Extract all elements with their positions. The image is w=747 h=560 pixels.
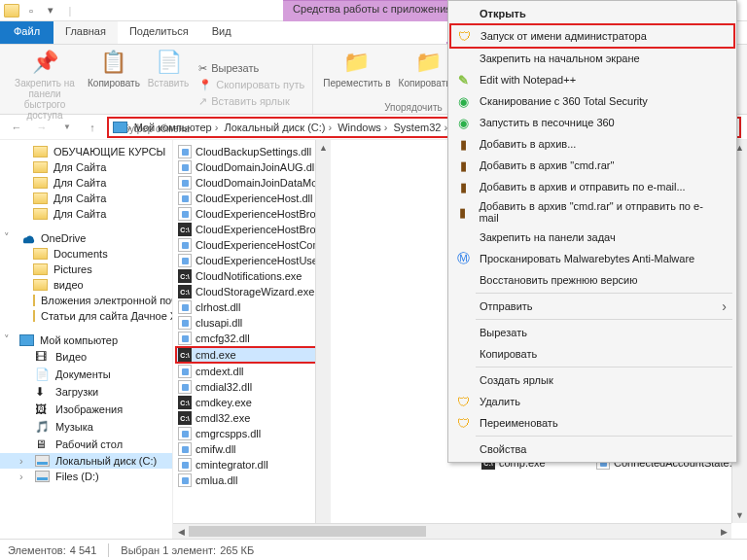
file-item[interactable]: cmdext.dll bbox=[175, 364, 317, 379]
drive-icon bbox=[35, 471, 50, 482]
ctx-open[interactable]: Открыть bbox=[450, 3, 734, 24]
sandbox-icon: ◉ bbox=[454, 115, 472, 130]
file-item[interactable]: clrhost.dll bbox=[175, 299, 317, 315]
file-item[interactable]: CloudExperienceHost.dll bbox=[175, 191, 317, 206]
ctx-send-to[interactable]: Отправить bbox=[450, 296, 734, 317]
nav-onedrive[interactable]: ˅OneDrive bbox=[0, 229, 172, 246]
up-button[interactable]: ↑ bbox=[82, 117, 103, 138]
tab-view[interactable]: Вид bbox=[200, 21, 243, 44]
separator bbox=[476, 367, 732, 368]
onedrive-icon bbox=[19, 232, 35, 244]
separator bbox=[476, 436, 732, 437]
move-to-button[interactable]: 📁Переместить в bbox=[319, 47, 394, 90]
file-item[interactable]: cmdkey.exe bbox=[175, 395, 317, 410]
ctx-malwarebytes[interactable]: ⓂПросканировать Malwarebytes Anti-Malwar… bbox=[450, 248, 734, 269]
folder-icon bbox=[33, 177, 48, 189]
tab-file[interactable]: Файл bbox=[0, 21, 53, 44]
contextual-tab-label: Средства работы с приложениями bbox=[283, 0, 475, 21]
file-item[interactable]: CloudStorageWizard.exe bbox=[175, 284, 317, 299]
nav-onedrive-item[interactable]: Статьи для сайта Дачное Хозяйство bbox=[0, 308, 172, 324]
tab-home[interactable]: Главная bbox=[53, 21, 118, 44]
file-item[interactable]: clusapi.dll bbox=[175, 315, 317, 331]
qat-dropdown-icon[interactable]: ▾ bbox=[43, 3, 58, 18]
ctx-run-as-admin[interactable]: 🛡Запуск от имени администратора bbox=[449, 23, 735, 49]
forward-button[interactable]: → bbox=[31, 117, 53, 138]
cut-button[interactable]: ✂Вырезать bbox=[196, 61, 306, 76]
file-item[interactable]: CloudBackupSettings.dll bbox=[175, 144, 317, 159]
ctx-properties[interactable]: Свойства bbox=[450, 438, 734, 460]
nav-onedrive-item[interactable]: Вложения электронной почты bbox=[0, 293, 172, 308]
pc-icon bbox=[19, 334, 34, 346]
ctx-archive-email[interactable]: ▮Добавить в архив и отправить по e-mail.… bbox=[450, 176, 734, 197]
file-item[interactable]: cmifw.dll bbox=[175, 441, 317, 457]
file-item[interactable]: CloudExperienceHostUser.dll bbox=[175, 253, 317, 268]
nav-folder[interactable]: ОБУЧАЮЩИЕ КУРСЫ bbox=[0, 144, 172, 159]
nav-folder[interactable]: Для Сайта bbox=[0, 191, 172, 206]
separator bbox=[476, 319, 732, 320]
recent-dropdown[interactable]: ▼ bbox=[56, 117, 78, 138]
folder-icon bbox=[33, 295, 35, 306]
qat-props-icon[interactable]: ▫ bbox=[23, 3, 39, 18]
file-item[interactable]: cmd.exe bbox=[175, 346, 317, 364]
nav-pc-item[interactable]: 🖥Рабочий стол bbox=[0, 436, 172, 453]
copy-path-button[interactable]: 📍Скопировать путь bbox=[196, 78, 306, 92]
pin-quickaccess-button[interactable]: 📌 Закрепить на панели быстрого доступа bbox=[6, 47, 84, 122]
file-item[interactable]: CloudExperienceHostBroker.dll bbox=[175, 206, 317, 222]
ctx-pin-taskbar[interactable]: Закрепить на панели задач bbox=[450, 227, 734, 248]
file-item[interactable]: cmcfg32.dll bbox=[175, 331, 317, 346]
ctx-add-archive[interactable]: ▮Добавить в архив... bbox=[450, 133, 734, 155]
copyto-icon: 📁 bbox=[413, 49, 445, 76]
back-button[interactable]: ← bbox=[6, 117, 27, 138]
drive-icon bbox=[35, 455, 50, 467]
path-icon: 📍 bbox=[198, 79, 212, 91]
file-item[interactable]: cmintegrator.dll bbox=[175, 457, 317, 472]
status-bar: Элементов: 4 541 Выбран 1 элемент: 265 К… bbox=[0, 539, 747, 560]
nav-this-pc[interactable]: ˅Мой компьютер bbox=[0, 332, 172, 348]
nav-pc-item[interactable]: 🎞Видео bbox=[0, 348, 172, 366]
nav-pc-item[interactable]: 🎵Музыка bbox=[0, 418, 172, 436]
file-item[interactable]: cmdl32.exe bbox=[175, 410, 317, 426]
nav-folder[interactable]: Для Сайта bbox=[0, 206, 172, 222]
nav-onedrive-item[interactable]: Pictures bbox=[0, 262, 172, 277]
nav-pc-item[interactable]: ›Локальный диск (C:) bbox=[0, 453, 172, 469]
file-item[interactable]: CloudDomainJoinDataModelServer.dll bbox=[175, 175, 317, 191]
dll-icon bbox=[178, 207, 192, 221]
nav-onedrive-item[interactable]: видео bbox=[0, 277, 172, 293]
ctx-create-shortcut[interactable]: Создать ярлык bbox=[450, 369, 734, 391]
nav-pc-item[interactable]: 📄Документы bbox=[0, 366, 172, 383]
nav-pc-item[interactable]: ›Files (D:) bbox=[0, 469, 172, 484]
ctx-restore-prev[interactable]: Восстановить прежнюю версию bbox=[450, 269, 734, 291]
ctx-360-sandbox[interactable]: ◉Запустить в песочнице 360 bbox=[450, 112, 734, 133]
ctx-rename[interactable]: 🛡Переименовать bbox=[450, 412, 734, 434]
nav-pc-item[interactable]: ⬇Загрузки bbox=[0, 383, 172, 401]
file-item[interactable]: CloudDomainJoinAUG.dll bbox=[175, 159, 317, 175]
paste-shortcut-button[interactable]: ↗Вставить ярлык bbox=[196, 94, 306, 109]
library-icon: ⬇ bbox=[35, 385, 50, 399]
ctx-pin-start[interactable]: Закрепить на начальном экране bbox=[450, 48, 734, 69]
nav-folder[interactable]: Для Сайта bbox=[0, 175, 172, 191]
nav-folder[interactable]: Для Сайта bbox=[0, 159, 172, 175]
file-item[interactable]: CloudNotifications.exe bbox=[175, 268, 317, 284]
file-item[interactable]: cmdial32.dll bbox=[175, 379, 317, 395]
dll-icon bbox=[178, 427, 192, 440]
file-item[interactable]: cmgrcspps.dll bbox=[175, 426, 317, 441]
scrollbar-vertical-col1[interactable]: ▲▼ bbox=[315, 140, 331, 539]
ctx-cut[interactable]: Вырезать bbox=[450, 322, 734, 343]
copy-button[interactable]: 📋 Копировать bbox=[84, 47, 144, 122]
scrollbar-horizontal[interactable]: ◀▶ bbox=[173, 523, 731, 539]
nav-pc-item[interactable]: 🖼Изображения bbox=[0, 401, 172, 418]
ctx-360-scan[interactable]: ◉Сканирование с 360 Total Security bbox=[450, 90, 734, 112]
pc-icon bbox=[113, 122, 127, 133]
file-item[interactable]: cmlua.dll bbox=[175, 472, 317, 488]
nav-onedrive-item[interactable]: Documents bbox=[0, 246, 172, 262]
file-item[interactable]: CloudExperienceHostBroker.exe bbox=[175, 222, 317, 237]
ctx-delete[interactable]: 🛡Удалить bbox=[450, 391, 734, 412]
ctx-notepadpp[interactable]: ✎Edit with Notepad++ bbox=[450, 69, 734, 90]
ctx-add-cmdrar[interactable]: ▮Добавить в архив "cmd.rar" bbox=[450, 155, 734, 176]
ctx-cmdrar-email[interactable]: ▮Добавить в архив "cmd.rar" и отправить … bbox=[450, 197, 734, 227]
file-item[interactable]: CloudExperienceHostCommon.dll bbox=[175, 237, 317, 253]
paste-button[interactable]: 📄 Вставить bbox=[144, 47, 193, 122]
ctx-copy[interactable]: Копировать bbox=[450, 343, 734, 365]
library-icon: 🎞 bbox=[35, 350, 50, 364]
tab-share[interactable]: Поделиться bbox=[118, 21, 200, 44]
